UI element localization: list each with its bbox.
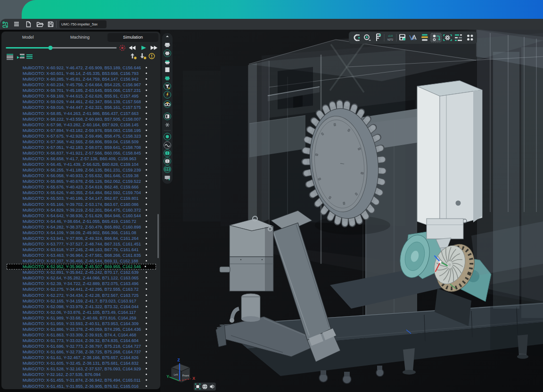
svg-text:X: X <box>192 376 195 381</box>
svg-text:Left: Left <box>174 373 178 376</box>
svg-text:Y: Y <box>166 374 169 379</box>
svg-text:N2T2: N2T2 <box>387 38 393 41</box>
svg-text:Z: Z <box>177 358 180 362</box>
svg-text:Front: Front <box>182 374 189 377</box>
svg-text:+1:0: +1:0 <box>388 34 393 37</box>
